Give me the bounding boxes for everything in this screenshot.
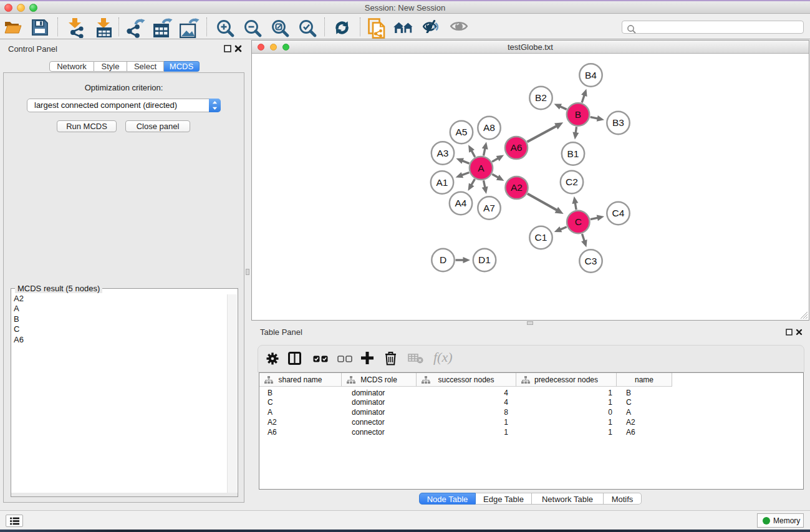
svg-text:D: D	[440, 254, 446, 265]
svg-text:A4: A4	[455, 198, 467, 208]
svg-text:A6: A6	[511, 142, 523, 153]
svg-text:A3: A3	[437, 148, 449, 158]
svg-text:C: C	[575, 216, 582, 227]
svg-text:C1: C1	[535, 232, 547, 243]
svg-text:B1: B1	[567, 148, 579, 159]
svg-text:A5: A5	[456, 127, 468, 137]
svg-text:B2: B2	[535, 92, 547, 103]
svg-text:A: A	[478, 163, 485, 173]
svg-text:A8: A8	[483, 122, 495, 133]
svg-text:C3: C3	[585, 256, 597, 266]
svg-text:C2: C2	[566, 177, 578, 187]
svg-text:D1: D1	[478, 254, 491, 265]
svg-text:A1: A1	[436, 177, 448, 188]
svg-text:C4: C4	[612, 208, 625, 218]
svg-text:A7: A7	[483, 203, 495, 213]
svg-text:B: B	[575, 109, 581, 120]
svg-text:A2: A2	[511, 182, 523, 193]
svg-text:B3: B3	[612, 117, 624, 128]
svg-text:B4: B4	[585, 70, 597, 80]
